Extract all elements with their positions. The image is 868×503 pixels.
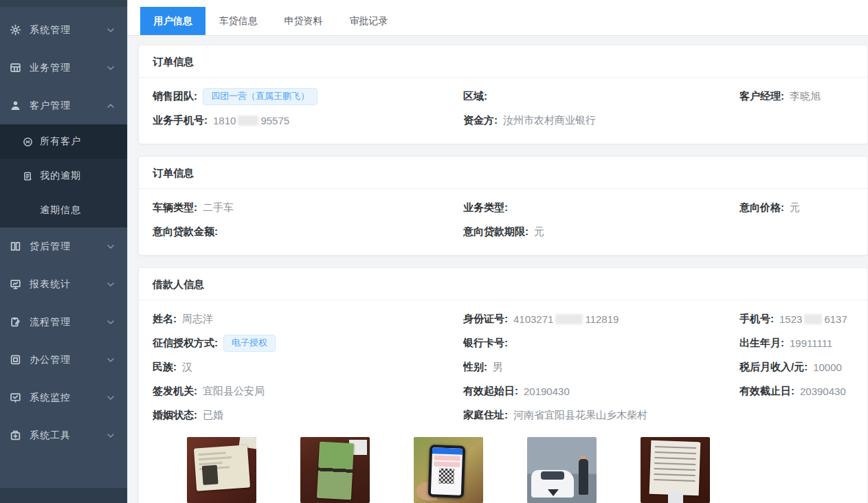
sidebar-item-label: 系统监控	[30, 392, 71, 404]
field-value: 15236137	[779, 313, 847, 325]
field-label: 销售团队:	[153, 90, 197, 103]
sidebar-item-overdue-info[interactable]: 逾期信息	[0, 193, 127, 227]
chevron-down-icon	[107, 432, 115, 440]
app-window: 系统管理 业务管理 客户管理	[0, 0, 868, 503]
chevron-down-icon	[107, 64, 115, 72]
sidebar-item-report-stats[interactable]: 报表统计	[0, 265, 127, 303]
sidebar-item-postloan-mgmt[interactable]: 贷后管理	[0, 227, 127, 265]
chevron-down-icon	[107, 356, 115, 364]
sidebar-item-customer-mgmt[interactable]: 客户管理	[0, 87, 127, 124]
sidebar-item-workflow-mgmt[interactable]: 流程管理	[0, 303, 127, 341]
document-photo	[641, 437, 710, 503]
card-title: 订单信息	[139, 157, 867, 189]
field-value: 宜阳县公安局	[203, 385, 265, 398]
field-label: 出生年月:	[739, 337, 784, 350]
field-label: 有效起始日:	[463, 385, 518, 398]
vehicle-type-field: 车辆类型: 二手车	[153, 196, 463, 220]
sidebar-item-office-mgmt[interactable]: 办公管理	[0, 341, 127, 379]
field-label: 业务手机号:	[153, 114, 208, 127]
sidebar-item-label: 客户管理	[30, 100, 71, 112]
tab-approval-records[interactable]: 审批记录	[336, 7, 401, 35]
chevron-down-icon	[107, 280, 115, 289]
sidebar-item-label: 业务管理	[30, 62, 71, 74]
square-in-square-icon	[10, 354, 21, 366]
business-type-field: 业务类型:	[463, 196, 739, 220]
chevron-down-icon	[107, 26, 115, 34]
photo-thumbnail-document[interactable]: 村委证明	[641, 437, 710, 503]
field-label: 姓名:	[153, 313, 177, 326]
sidebar-item-business-mgmt[interactable]: 业务管理	[0, 49, 127, 87]
clipboard-icon	[10, 316, 21, 328]
photo-thumbnail-id-card[interactable]: 身份证	[187, 437, 256, 503]
main-content: 用户信息 车贷信息 申贷资料 审批记录 订单信息 销售团队: 四团一营（直属王鹏…	[128, 0, 868, 503]
credit-auth-tag: 电子授权	[223, 335, 276, 352]
field-value: 汉	[182, 361, 192, 374]
field-value: 20390430	[800, 385, 846, 397]
field-label: 签发机关:	[153, 385, 197, 398]
region-field: 区域:	[463, 85, 739, 109]
field-value: 元	[790, 201, 800, 214]
sidebar-nav: 系统管理 业务管理 客户管理	[0, 7, 127, 488]
sidebar-top-strip	[0, 0, 127, 7]
id-card-photo	[187, 437, 256, 503]
redaction-blur	[238, 115, 258, 126]
borrower-info-card: 借款人信息 姓名: 周志洋 身份证号: 4103271112819 手机号:	[138, 267, 868, 503]
field-label: 意向价格:	[739, 201, 784, 214]
birth-date-field: 出生年月: 19911111	[739, 331, 854, 355]
sidebar-item-all-customers[interactable]: 所有客户	[0, 124, 127, 159]
sidebar-item-system-monitor[interactable]: 系统监控	[0, 379, 127, 416]
home-address-field: 家庭住址: 河南省宜阳县花果山乡木柴村	[463, 403, 739, 427]
loan-term-field: 意向贷款期限: 元	[463, 220, 739, 244]
redaction-blur	[555, 314, 583, 324]
sidebar-collapse-bar[interactable]	[0, 488, 127, 503]
sidebar-item-label: 贷后管理	[30, 241, 71, 253]
monthly-income-field: 税后月收入/元: 10000	[739, 355, 854, 379]
sidebar-item-label: 流程管理	[30, 316, 71, 328]
field-label: 意向贷款金额:	[153, 225, 218, 238]
ethnicity-field: 民族: 汉	[153, 355, 463, 379]
field-value: 二手车	[203, 201, 234, 214]
field-value: 20190430	[524, 385, 570, 397]
valid-from-field: 有效起始日: 20190430	[463, 379, 739, 403]
monitor-icon	[10, 278, 21, 290]
tab-user-info[interactable]: 用户信息	[140, 7, 205, 35]
field-value: 已婚	[203, 409, 223, 422]
gear-icon	[10, 24, 21, 36]
sales-team-field: 销售团队: 四团一营（直属王鹏飞）	[153, 85, 463, 109]
photo-thumbnail-green-booklet[interactable]: 驾驶证原件	[300, 437, 370, 503]
photo-thumbnail-qr-auth[interactable]: 征信授权	[414, 437, 483, 503]
field-label: 车辆类型:	[153, 201, 197, 214]
user-icon	[10, 100, 21, 111]
tab-loan-application-docs[interactable]: 申贷资料	[271, 7, 336, 35]
photo-thumbnail-person-car[interactable]: 人车合影	[527, 437, 597, 503]
field-label: 税后月收入/元:	[739, 361, 808, 374]
customer-mgmt-submenu: 所有客户 我的逾期 逾期信息	[0, 124, 127, 227]
sidebar-item-system-mgmt[interactable]: 系统管理	[0, 11, 127, 49]
intent-price-field: 意向价格: 元	[739, 196, 854, 220]
sidebar: 系统管理 业务管理 客户管理	[0, 0, 128, 503]
field-value: 周志洋	[182, 313, 213, 326]
field-label: 家庭住址:	[463, 409, 508, 422]
green-booklet-photo	[300, 437, 370, 503]
funder-field: 资金方: 汝州市农村商业银行	[463, 109, 739, 133]
field-value: 19911111	[790, 337, 832, 349]
sidebar-item-my-overdue[interactable]: 我的逾期	[0, 159, 127, 193]
credit-auth-field: 征信授权方式: 电子授权	[153, 331, 463, 355]
monitor-check-icon	[10, 392, 21, 403]
chevron-down-icon	[107, 394, 115, 402]
field-label: 婚姻状态:	[153, 409, 197, 422]
tab-car-loan-info[interactable]: 车贷信息	[205, 7, 271, 35]
qr-auth-photo	[414, 437, 483, 503]
sidebar-item-system-tools[interactable]: 系统工具	[0, 416, 127, 454]
cards-container: 订单信息 销售团队: 四团一营（直属王鹏飞） 区域: 客户经理:	[128, 36, 868, 503]
tab-strip: 用户信息 车贷信息 申贷资料 审批记录	[128, 0, 868, 36]
field-label: 银行卡号:	[463, 337, 508, 350]
toolbox-icon	[10, 429, 21, 441]
id-number-field: 身份证号: 4103271112819	[463, 307, 739, 331]
sidebar-item-label: 所有客户	[40, 135, 81, 148]
name-field: 姓名: 周志洋	[153, 307, 463, 331]
field-label: 意向贷款期限:	[463, 225, 528, 238]
document-icon	[23, 171, 33, 181]
field-label: 业务类型:	[463, 201, 508, 214]
field-value: 元	[534, 225, 544, 238]
